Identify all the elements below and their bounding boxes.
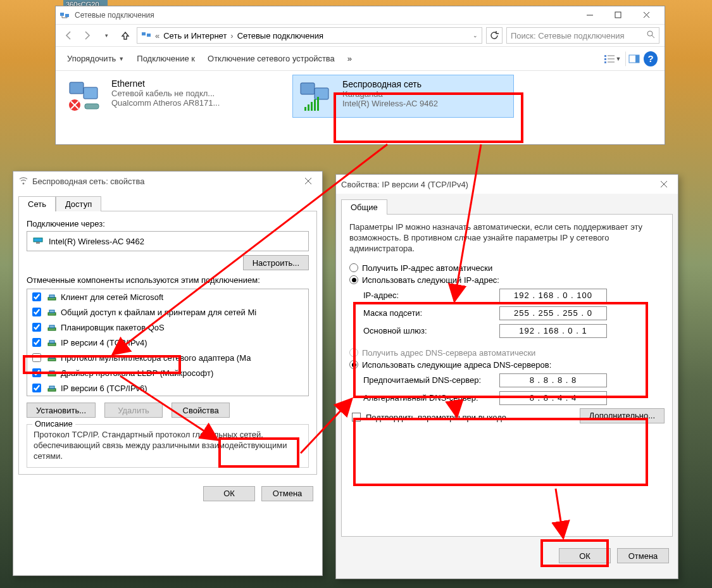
addressbar-dropdown-icon[interactable]: ⌄ [473, 32, 478, 39]
component-item[interactable]: IP версии 4 (TCP/IPv4) [27, 335, 308, 350]
component-label: Клиент для сетей Microsoft [61, 292, 163, 302]
breadcrumb-part1[interactable]: Сеть и Интернет [163, 31, 227, 41]
confirm-on-exit-label: Подтвердить параметры при выходе [366, 413, 506, 422]
component-item[interactable]: Протокол мультиплексора сетевого адаптер… [27, 350, 308, 365]
confirm-on-exit-checkbox[interactable] [352, 413, 361, 422]
component-item[interactable]: Планировщик пакетов QoS [27, 320, 308, 335]
ip-auto-radio-row[interactable]: Получить IP-адрес автоматически [349, 263, 665, 273]
component-item[interactable]: Общий доступ к файлам и принтерам для се… [27, 304, 308, 320]
advanced-button[interactable]: Дополнительно... [580, 408, 665, 423]
organize-menu[interactable]: Упорядочить▼ [62, 51, 129, 66]
svg-rect-27 [308, 104, 309, 111]
up-button[interactable] [118, 28, 133, 43]
configure-button[interactable]: Настроить... [243, 255, 309, 270]
minimize-button[interactable] [575, 6, 604, 24]
subnet-mask-label: Маска подсети: [363, 308, 493, 318]
tab-access[interactable]: Доступ [56, 196, 101, 211]
forward-button[interactable] [80, 28, 95, 43]
ethernet-status: Сетевой кабель не подкл... [111, 89, 220, 98]
view-options-button[interactable]: ▼ [605, 51, 620, 66]
network-item-wifi[interactable]: Беспроводная сеть Karaganda Intel(R) Wir… [292, 75, 514, 118]
component-icon [47, 292, 57, 302]
wifi-name: Беспроводная сеть [342, 79, 438, 89]
svg-rect-34 [36, 242, 40, 244]
component-label: IP версии 6 (TCP/IPv6) [61, 384, 147, 393]
ip-address-input[interactable]: 192 . 168 . 0 . 100 [499, 289, 607, 303]
explorer-window: Сетевые подключения ▾ « Сеть и Интернет … [55, 6, 665, 145]
gateway-input[interactable]: 192 . 168 . 0 . 1 [499, 324, 607, 338]
wireless-properties-dialog: Беспроводная сеть: свойства Сеть Доступ … [13, 171, 323, 576]
svg-rect-0 [60, 13, 64, 16]
tab-net[interactable]: Сеть [18, 196, 56, 211]
dlg1-title: Беспроводная сеть: свойства [32, 177, 299, 186]
dlg2-close-button[interactable] [655, 177, 673, 191]
preview-pane-button[interactable] [625, 51, 640, 66]
dns1-input[interactable]: 8 . 8 . 8 . 8 [499, 373, 607, 387]
ip-manual-label: Использовать следующий IP-адрес: [362, 275, 499, 285]
svg-rect-39 [48, 328, 56, 330]
remove-button[interactable]: Удалить [104, 403, 163, 418]
properties-button[interactable]: Свойства [172, 403, 230, 418]
svg-rect-17 [635, 55, 639, 63]
svg-rect-11 [604, 58, 606, 60]
ip-manual-radio-row[interactable]: Использовать следующий IP-адрес: [349, 275, 665, 285]
install-button[interactable]: Установить... [27, 403, 96, 418]
component-checkbox[interactable] [32, 323, 41, 332]
svg-rect-19 [84, 87, 97, 99]
disable-device-menu[interactable]: Отключение сетевого устройства [203, 51, 340, 66]
recent-dropdown[interactable]: ▾ [99, 28, 114, 43]
component-item[interactable]: Драйвер протокола LLDP (Майкрософт) [27, 365, 308, 380]
svg-rect-33 [34, 238, 42, 242]
dlg1-close-button[interactable] [299, 174, 317, 188]
svg-rect-12 [604, 61, 606, 63]
dlg2-ok-button[interactable]: ОК [559, 548, 611, 563]
dlg2-titlebar[interactable]: Свойства: IP версии 4 (TCP/IPv4) [336, 175, 678, 194]
connect-to-menu[interactable]: Подключение к [132, 51, 200, 66]
dns-manual-radio-row[interactable]: Использовать следующие адреса DNS-сервер… [349, 360, 665, 370]
component-checkbox[interactable] [32, 384, 41, 392]
folder-icon [141, 30, 151, 42]
address-bar[interactable]: « Сеть и Интернет › Сетевые подключения … [137, 27, 482, 44]
adapter-icon [32, 236, 44, 247]
dlg1-titlebar[interactable]: Беспроводная сеть: свойства [13, 172, 322, 191]
explorer-titlebar[interactable]: Сетевые подключения [56, 6, 665, 24]
breadcrumb-part2[interactable]: Сетевые подключения [237, 31, 323, 41]
component-checkbox[interactable] [32, 353, 41, 362]
refresh-button[interactable] [486, 27, 503, 44]
component-checkbox[interactable] [32, 308, 41, 316]
back-button[interactable] [61, 28, 76, 43]
dlg1-ok-button[interactable]: ОК [203, 486, 255, 501]
component-label: Протокол мультиплексора сетевого адаптер… [61, 353, 251, 363]
tab-general[interactable]: Общие [341, 199, 387, 215]
dns2-label: Альтернативный DNS-сервер: [363, 393, 493, 403]
ip-manual-radio[interactable] [349, 275, 358, 284]
svg-line-9 [652, 35, 654, 38]
component-checkbox[interactable] [32, 338, 41, 347]
svg-rect-48 [49, 386, 54, 389]
components-label: Отмеченные компоненты используются этим … [27, 275, 309, 285]
maximize-button[interactable] [604, 6, 632, 24]
help-icon: ? [644, 51, 658, 66]
component-checkbox[interactable] [32, 292, 41, 301]
network-connections-icon [59, 10, 70, 20]
dns-manual-radio[interactable] [349, 360, 358, 369]
svg-rect-46 [49, 371, 54, 373]
ip-auto-radio[interactable] [349, 263, 358, 272]
component-checkbox[interactable] [32, 368, 41, 377]
dns-auto-label: Получить адрес DNS-сервера автоматически [362, 348, 535, 358]
overflow-menu[interactable]: » [342, 51, 357, 66]
dns-auto-radio [349, 348, 358, 357]
components-list[interactable]: Клиент для сетей MicrosoftОбщий доступ к… [27, 289, 309, 396]
component-item[interactable]: IP версии 6 (TCP/IPv6) [27, 380, 308, 396]
dns2-input[interactable]: 8 . 8 . 4 . 4 [499, 391, 607, 405]
subnet-mask-input[interactable]: 255 . 255 . 255 . 0 [499, 306, 607, 320]
svg-rect-47 [48, 389, 56, 391]
search-input[interactable]: Поиск: Сетевые подключения [506, 27, 659, 44]
help-button[interactable]: ? [643, 51, 658, 66]
network-item-ethernet[interactable]: Ethernet Сетевой кабель не подкл... Qual… [62, 75, 284, 118]
close-button[interactable] [632, 6, 661, 24]
component-item[interactable]: Клиент для сетей Microsoft [27, 289, 308, 304]
dlg1-cancel-button[interactable]: Отмена [261, 486, 313, 501]
dlg2-cancel-button[interactable]: Отмена [617, 548, 669, 563]
svg-rect-6 [142, 32, 146, 35]
